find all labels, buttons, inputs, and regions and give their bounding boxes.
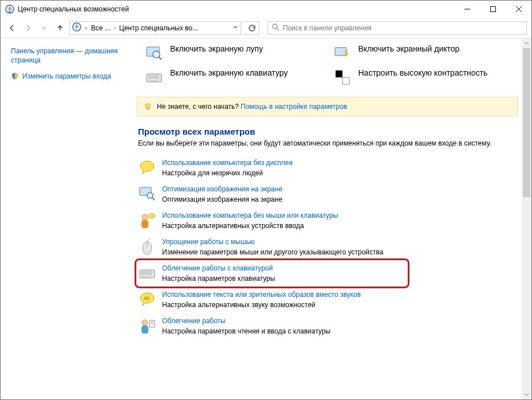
mouse-icon — [138, 238, 156, 256]
monitor-magnifier-icon — [138, 185, 156, 203]
search-input[interactable] — [283, 24, 523, 32]
svg-line-27 — [152, 198, 155, 200]
window-title: Центр специальных возможностей — [18, 5, 454, 13]
quick-narrator[interactable]: Включить экранный диктор — [333, 44, 510, 62]
hint-box: Не знаете, с чего начать? Помощь в настр… — [137, 97, 518, 116]
setting-link[interactable]: Оптимизация изображения на экране — [162, 185, 282, 193]
setting-no-mouse-keyboard[interactable]: Использование компьютера без мыши или кл… — [138, 208, 517, 234]
search-box[interactable] — [267, 21, 527, 35]
svg-rect-20 — [336, 70, 342, 77]
speech-bubble-icon: ab — [138, 291, 156, 309]
setting-sub: Изменение параметров мыши или другого ук… — [162, 248, 383, 256]
svg-rect-34 — [144, 272, 146, 273]
person-speech-icon — [138, 211, 156, 230]
svg-rect-16 — [151, 76, 153, 77]
shield-icon — [11, 72, 19, 80]
setting-easier-focus[interactable]: Облегчение работыНастройка параметров чт… — [138, 313, 517, 340]
quick-link-label: Включить экранную клавиатуру — [170, 68, 287, 78]
setting-link[interactable]: Использование компьютера без дисплея — [162, 159, 293, 167]
setting-optimize-display[interactable]: Оптимизация изображения на экранеОптимиз… — [138, 182, 517, 208]
speech-bubble-icon — [138, 159, 156, 177]
breadcrumb-segment[interactable]: Центр специальных во... — [119, 24, 198, 32]
setting-mouse-easier[interactable]: Упрощение работы с мышьюИзменение параме… — [138, 234, 517, 261]
refresh-button[interactable] — [243, 21, 259, 35]
svg-point-7 — [76, 25, 77, 26]
setting-link[interactable]: Использование текста или зрительных обра… — [162, 291, 361, 299]
svg-rect-33 — [141, 272, 143, 273]
svg-rect-18 — [157, 76, 159, 77]
svg-point-8 — [273, 24, 277, 29]
sidebar-control-panel-home[interactable]: Панель управления — домашняя страница — [11, 46, 128, 65]
up-button[interactable] — [53, 21, 67, 35]
titlebar: Центр специальных возможностей — [1, 1, 531, 18]
svg-rect-35 — [147, 272, 149, 273]
setting-sub: Настройка альтернативных устройств ввода — [162, 222, 338, 230]
vertical-scrollbar[interactable] — [522, 38, 531, 399]
svg-rect-14 — [147, 74, 161, 82]
quick-access-grid: Включить экранную лупу Включить экранный… — [133, 38, 521, 97]
setting-sub: Оптимизация изображения на экране — [162, 195, 282, 203]
magnifier-icon — [145, 44, 163, 62]
forward-button[interactable] — [21, 21, 35, 35]
svg-point-1 — [9, 7, 10, 8]
svg-rect-15 — [148, 76, 150, 77]
toolbar: « Все ... › Центр специальных во... — [1, 18, 531, 38]
section-desc: Если вы выберете эти параметры, они буду… — [138, 139, 517, 148]
setting-link[interactable]: Облегчение работы — [162, 317, 226, 325]
chevron-left-icon: « — [84, 25, 89, 31]
svg-rect-37 — [143, 274, 151, 276]
svg-line-12 — [159, 57, 161, 60]
close-button[interactable] — [506, 1, 531, 18]
scroll-thumb[interactable] — [523, 48, 530, 197]
maximize-button[interactable] — [480, 1, 506, 18]
svg-rect-17 — [154, 76, 156, 77]
svg-point-28 — [142, 214, 148, 220]
breadcrumb-segment[interactable]: Все ... — [91, 24, 111, 32]
setting-link[interactable]: Упрощение работы с мышью — [162, 238, 255, 246]
svg-point-40 — [142, 320, 148, 326]
svg-rect-32 — [140, 270, 155, 278]
recent-dropdown[interactable] — [37, 21, 51, 35]
narrator-icon — [333, 44, 352, 62]
setting-sub: Настройка для незрячих людей — [162, 169, 293, 177]
lightbulb-icon — [143, 102, 152, 111]
settings-list: Использование компьютера без дисплеяНаст… — [133, 155, 521, 340]
setting-keyboard-easier[interactable]: Облегчение работы с клавиатуройНастройка… — [138, 261, 517, 287]
svg-point-26 — [147, 193, 153, 198]
svg-rect-36 — [150, 272, 152, 273]
svg-rect-21 — [342, 77, 349, 84]
hint-link[interactable]: Помощь в настройке параметров — [241, 103, 347, 111]
svg-point-29 — [148, 214, 155, 218]
keyboard-icon — [145, 68, 163, 87]
sidebar: Панель управления — домашняя страница Из… — [1, 38, 133, 399]
quick-high-contrast[interactable]: Настроить высокую контрастность — [333, 68, 510, 87]
high-contrast-icon — [333, 68, 352, 87]
address-bar[interactable]: « Все ... › Центр специальных во... — [69, 21, 241, 35]
svg-point-22 — [145, 104, 150, 108]
quick-onscreen-keyboard[interactable]: Включить экранную клавиатуру — [145, 68, 322, 87]
svg-text:ab: ab — [144, 295, 149, 301]
svg-rect-19 — [149, 79, 157, 80]
keyboard-icon — [138, 264, 156, 283]
setting-sub: Настройка параметров клавиатуры — [162, 274, 275, 283]
scroll-down-button[interactable] — [522, 390, 531, 399]
back-button[interactable] — [5, 21, 19, 35]
quick-link-label: Настроить высокую контрастность — [358, 68, 488, 78]
setting-text-visual-alternatives[interactable]: ab Использование текста или зрительных о… — [138, 287, 517, 313]
chevron-down-icon[interactable] — [232, 24, 238, 32]
search-icon — [271, 23, 279, 33]
ease-of-access-icon — [72, 22, 81, 33]
hint-text: Не знаете, с чего начать? Помощь в настр… — [157, 103, 347, 111]
setting-link[interactable]: Использование компьютера без мыши или кл… — [162, 211, 338, 219]
minimize-button[interactable] — [454, 1, 480, 18]
sidebar-change-signin-settings[interactable]: Изменить параметры входа — [22, 72, 111, 81]
svg-rect-3 — [490, 7, 495, 12]
quick-link-label: Включить экранный диктор — [358, 44, 460, 54]
setting-sub: Настройка альтернативных звуку возможнос… — [162, 301, 361, 309]
quick-magnifier[interactable]: Включить экранную лупу — [145, 44, 322, 62]
setting-link[interactable]: Облегчение работы с клавиатурой — [162, 264, 273, 272]
svg-line-9 — [277, 28, 279, 30]
setting-no-display[interactable]: Использование компьютера без дисплеяНаст… — [138, 155, 517, 182]
scroll-up-button[interactable] — [522, 38, 531, 48]
svg-rect-23 — [147, 108, 149, 110]
